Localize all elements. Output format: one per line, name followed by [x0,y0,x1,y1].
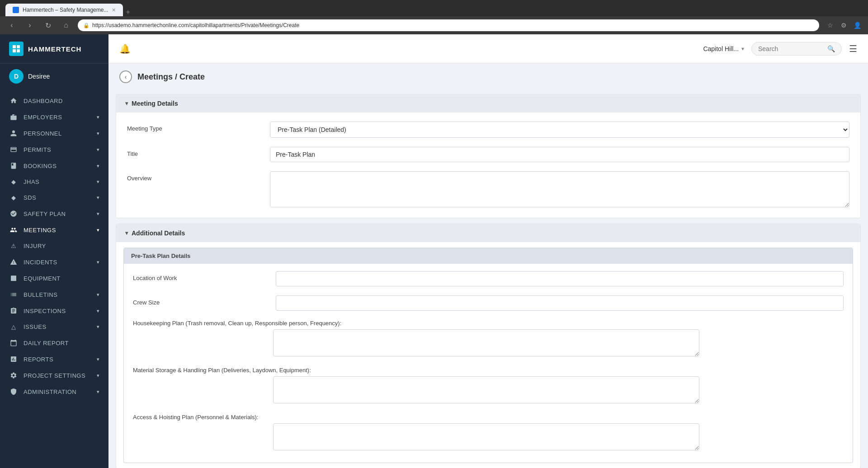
location-of-work-label: Location of Work [133,271,269,281]
sidebar-item-reports[interactable]: REPORTS ▾ [0,351,108,367]
cube-icon [9,275,18,282]
app-header: 🔔 Capitol Hill... ▾ 🔍 ☰ [108,34,868,63]
profile-button[interactable]: 👤 [852,20,863,31]
bell-icon[interactable]: 🔔 [119,43,131,54]
sidebar-item-label: INSPECTIONS [24,308,66,314]
pretask-plan-details-subsection: Pre-Task Plan Details Location of Work [123,248,853,463]
chevron-down-icon: ▾ [97,227,100,233]
sidebar-item-safety-plan[interactable]: SAFETY PLAN ▾ [0,206,108,222]
overview-textarea[interactable] [270,171,849,207]
sidebar-item-label: JHAs [24,178,39,185]
refresh-button[interactable]: ↻ [42,19,54,32]
location-of-work-input[interactable] [276,271,844,286]
meeting-type-select[interactable]: Pre-Task Plan (Detailed) Pre-Task Plan (… [270,122,849,138]
sidebar-item-injury[interactable]: ⚠ INJURY [0,238,108,254]
chevron-down-icon: ▾ [97,131,100,136]
card-icon [9,146,18,153]
extensions-button[interactable]: ⚙ [838,20,849,31]
sidebar-item-label: PERSONNEL [24,130,62,137]
housekeeping-textarea[interactable] [273,329,699,356]
sidebar-item-label: DASHBOARD [24,98,63,104]
access-hoisting-textarea[interactable] [273,423,699,450]
sidebar-item-daily-report[interactable]: DAILY REPORT [0,335,108,351]
additional-details-section: ▾ Additional Details Pre-Task Plan Detai… [116,224,861,468]
section-collapse-icon2: ▾ [125,230,128,236]
title-input[interactable] [270,147,849,162]
sidebar-item-label: SDS [24,194,36,201]
meeting-type-label: Meeting Type [127,122,263,132]
location-of-work-control [276,271,844,286]
diamond-icon: ◆ [9,178,18,185]
location-of-work-row: Location of Work [133,271,844,286]
sidebar-item-bulletins[interactable]: BULLETINS ▾ [0,286,108,303]
tab-title: Hammertech – Safety Manageme... [23,7,108,13]
overview-label: Overview [127,171,263,182]
home-button[interactable]: ⌂ [60,19,72,32]
sidebar-item-administration[interactable]: ADMINISTRATION ▾ [0,384,108,400]
chevron-down-icon: ▾ [97,373,100,379]
crew-size-row: Crew Size [133,295,844,311]
sidebar-item-permits[interactable]: PERMITS ▾ [0,141,108,158]
sidebar-item-jhas[interactable]: ◆ JHAs ▾ [0,174,108,190]
search-input[interactable] [758,45,824,52]
sidebar-item-label: ISSUES [24,323,47,330]
chevron-down-icon: ▾ [97,147,100,153]
sidebar-item-dashboard[interactable]: DASHBOARD [0,93,108,109]
sidebar-item-incidents[interactable]: INCIDENTS ▾ [0,254,108,270]
pretask-subsection-title: Pre-Task Plan Details [131,253,190,259]
svg-rect-0 [13,45,16,48]
sidebar-item-equipment[interactable]: EQUIPMENT [0,270,108,286]
crew-size-input[interactable] [276,295,844,311]
title-row: Title [127,147,849,162]
sidebar-item-project-settings[interactable]: PROJECT SETTINGS ▾ [0,367,108,384]
avatar: D [9,69,24,84]
page-title: Meetings / Create [137,72,205,82]
sidebar-item-issues[interactable]: △ ISSUES ▾ [0,319,108,335]
sidebar-item-label: PERMITS [24,146,51,153]
sidebar-item-sds[interactable]: ◆ SDS ▾ [0,190,108,206]
group-icon [9,226,18,234]
additional-details-body: Pre-Task Plan Details Location of Work [116,248,860,463]
sidebar-item-label: INCIDENTS [24,259,57,266]
svg-rect-2 [13,49,16,52]
person-icon [9,130,18,137]
project-name: Capitol Hill... [703,45,739,52]
sidebar-item-label: EQUIPMENT [24,275,61,282]
chevron-down-icon: ▾ [97,163,100,169]
sidebar-item-personnel[interactable]: PERSONNEL ▾ [0,125,108,141]
nav-bar: ‹ › ↻ ⌂ 🔒 https://usademo.hammertechonli… [0,16,868,34]
project-selector[interactable]: Capitol Hill... ▾ [703,45,744,52]
sidebar-item-inspections[interactable]: INSPECTIONS ▾ [0,303,108,319]
meeting-type-row: Meeting Type Pre-Task Plan (Detailed) Pr… [127,122,849,138]
overview-control [270,171,849,209]
forward-button[interactable]: › [24,19,36,32]
address-bar[interactable]: 🔒 https://usademo.hammertechonline.com/c… [78,19,819,31]
meeting-details-header[interactable]: ▾ Meeting Details [116,94,860,112]
crew-size-label: Crew Size [133,295,269,306]
sidebar-item-label: BULLETINS [24,291,57,298]
tab-close-btn[interactable]: ✕ [112,7,116,13]
sidebar-item-label: REPORTS [24,356,53,363]
chevron-down-icon: ▾ [97,356,100,362]
chevron-down-icon: ▾ [97,389,100,395]
access-hoisting-row: Access & Hoisting Plan (Personnel & Mate… [133,414,844,452]
logo-icon [9,42,24,56]
new-tab-button[interactable]: + [123,8,132,16]
search-icon: 🔍 [827,45,835,52]
sidebar-item-employers[interactable]: EMPLOYERS ▾ [0,109,108,125]
material-storage-label: Material Storage & Handling Plan (Delive… [133,367,844,374]
material-storage-textarea[interactable] [273,376,699,403]
bookmark-button[interactable]: ☆ [825,20,835,31]
alert-triangle-icon [9,258,18,266]
sidebar-item-label: PROJECT SETTINGS [24,372,85,379]
back-button[interactable]: ‹ [5,19,18,32]
hamburger-menu-icon[interactable]: ☰ [849,43,857,54]
sidebar-item-bookings[interactable]: BOOKINGS ▾ [0,158,108,174]
search-bar[interactable]: 🔍 [751,42,842,56]
sidebar-item-meetings[interactable]: MEETINGS ▾ [0,222,108,238]
additional-details-header[interactable]: ▾ Additional Details [116,224,860,242]
active-tab[interactable]: Hammertech – Safety Manageme... ✕ [5,4,123,16]
back-button[interactable]: ‹ [119,70,132,83]
sidebar-item-label: EMPLOYERS [24,114,62,121]
material-storage-row: Material Storage & Handling Plan (Delive… [133,367,844,405]
